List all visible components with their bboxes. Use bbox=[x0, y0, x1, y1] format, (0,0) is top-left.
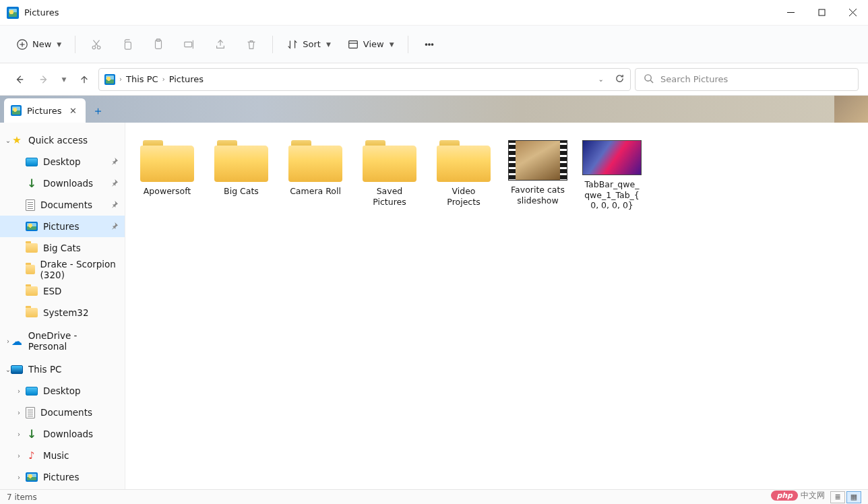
chevron-down-icon: ▼ bbox=[57, 41, 61, 48]
sidebar-item[interactable]: Drake - Scorpion (320) bbox=[0, 259, 125, 280]
file-name: Video Projects bbox=[434, 186, 493, 207]
close-button[interactable] bbox=[837, 0, 868, 25]
pictures-icon bbox=[104, 74, 115, 85]
delete-button[interactable] bbox=[237, 32, 266, 57]
svg-rect-4 bbox=[125, 42, 131, 49]
sidebar-item-label: Desktop bbox=[43, 156, 81, 167]
watermark: php 中文网 bbox=[771, 490, 825, 501]
titlebar: Pictures bbox=[0, 0, 868, 26]
close-tab-button[interactable]: ✕ bbox=[67, 104, 79, 117]
search-box[interactable] bbox=[635, 68, 859, 91]
sidebar-item[interactable]: Desktop bbox=[0, 151, 125, 172]
file-item[interactable]: Favorite cats slideshow bbox=[505, 137, 570, 214]
rename-icon bbox=[183, 38, 195, 51]
sidebar-item[interactable]: ›Documents bbox=[0, 402, 125, 423]
icons-view-button[interactable]: ▦ bbox=[846, 491, 861, 503]
search-input[interactable] bbox=[660, 74, 850, 84]
doc-icon bbox=[26, 199, 35, 211]
more-button[interactable] bbox=[415, 32, 443, 57]
sidebar-item[interactable]: ↓Downloads bbox=[0, 172, 125, 194]
main-area: ⌄ ★ Quick access Desktop↓DownloadsDocume… bbox=[0, 123, 868, 489]
address-bar[interactable]: › This PC › Pictures ⌄ bbox=[98, 68, 631, 91]
folder-icon bbox=[363, 140, 416, 182]
svg-point-11 bbox=[431, 43, 433, 45]
sidebar-item[interactable]: System32 bbox=[0, 302, 125, 323]
chevron-right-icon[interactable]: › bbox=[12, 474, 26, 481]
tab-pictures[interactable]: Pictures ✕ bbox=[4, 98, 86, 123]
cut-icon bbox=[90, 38, 102, 51]
chevron-right-icon[interactable]: › bbox=[12, 452, 26, 460]
back-button[interactable] bbox=[9, 69, 30, 90]
breadcrumb-root[interactable]: This PC bbox=[126, 74, 158, 84]
sidebar-onedrive[interactable]: › ☁ OneDrive - Personal bbox=[0, 330, 125, 352]
refresh-button[interactable] bbox=[615, 73, 625, 86]
minimize-button[interactable] bbox=[775, 0, 806, 25]
svg-point-3 bbox=[98, 46, 101, 49]
chevron-right-icon[interactable]: › bbox=[12, 409, 26, 416]
file-name: TabBar_qwe_qwe_1_Tab_{0, 0, 0, 0} bbox=[582, 179, 642, 211]
chevron-down-icon[interactable]: ⌄ bbox=[1, 366, 15, 373]
chevron-down-icon[interactable]: ⌄ bbox=[1, 137, 15, 144]
breadcrumb-current[interactable]: Pictures bbox=[169, 74, 204, 84]
content-pane[interactable]: ApowersoftBig CatsCamera RollSaved Pictu… bbox=[125, 123, 868, 489]
sidebar-item[interactable]: Big Cats bbox=[0, 237, 125, 259]
file-item[interactable]: Apowersoft bbox=[135, 137, 199, 214]
forward-button[interactable] bbox=[34, 69, 54, 90]
breadcrumb-separator: › bbox=[162, 75, 165, 83]
view-button[interactable]: View ▼ bbox=[340, 32, 401, 57]
sidebar-item-label: Desktop bbox=[43, 385, 81, 396]
svg-point-9 bbox=[425, 43, 427, 45]
item-count: 7 items bbox=[7, 493, 37, 502]
share-button[interactable] bbox=[206, 32, 235, 57]
sidebar-item-label: Downloads bbox=[43, 429, 93, 439]
more-icon bbox=[423, 38, 435, 51]
sidebar-item[interactable]: Documents bbox=[0, 194, 125, 216]
chevron-right-icon[interactable]: › bbox=[12, 431, 26, 438]
copy-icon bbox=[121, 38, 133, 51]
file-item[interactable]: Saved Pictures bbox=[357, 137, 422, 214]
sidebar-item-label: System32 bbox=[43, 307, 89, 318]
sort-button[interactable]: Sort ▼ bbox=[280, 32, 338, 57]
file-item[interactable]: Big Cats bbox=[209, 137, 274, 214]
chevron-right-icon[interactable]: › bbox=[1, 338, 15, 345]
folder-icon bbox=[26, 243, 38, 253]
new-label: New bbox=[32, 39, 51, 49]
trash-icon bbox=[245, 38, 257, 51]
tab-title: Pictures bbox=[27, 106, 61, 116]
address-history-button[interactable]: ⌄ bbox=[598, 75, 604, 83]
maximize-button[interactable] bbox=[806, 0, 837, 25]
sidebar-quick-access[interactable]: ⌄ ★ Quick access bbox=[0, 129, 125, 151]
chevron-down-icon: ▼ bbox=[326, 41, 331, 48]
sidebar-splitter[interactable] bbox=[123, 123, 125, 489]
new-button[interactable]: New ▼ bbox=[9, 32, 68, 57]
file-item[interactable]: TabBar_qwe_qwe_1_Tab_{0, 0, 0, 0} bbox=[580, 137, 644, 214]
svg-rect-7 bbox=[185, 42, 192, 46]
file-item[interactable]: Video Projects bbox=[431, 137, 496, 214]
sidebar-this-pc[interactable]: ⌄ This PC bbox=[0, 358, 125, 380]
window-title: Pictures bbox=[24, 7, 59, 18]
sidebar-item[interactable]: ›♪Music bbox=[0, 445, 125, 466]
recent-locations-button[interactable]: ▼ bbox=[58, 69, 70, 90]
sidebar-item[interactable]: ›Desktop bbox=[0, 380, 125, 402]
svg-point-12 bbox=[645, 74, 651, 80]
sidebar-item[interactable]: ESD bbox=[0, 280, 125, 302]
video-thumbnail bbox=[508, 140, 567, 181]
rename-button[interactable] bbox=[175, 32, 204, 57]
sidebar-item[interactable]: ›Pictures bbox=[0, 466, 125, 488]
copy-button[interactable] bbox=[113, 32, 142, 57]
chevron-right-icon[interactable]: › bbox=[12, 387, 26, 395]
new-tab-button[interactable]: ＋ bbox=[88, 101, 107, 120]
picture-icon bbox=[26, 222, 38, 231]
details-view-button[interactable]: ≣ bbox=[830, 491, 845, 503]
watermark-text: 中文网 bbox=[801, 490, 825, 501]
up-button[interactable] bbox=[74, 69, 94, 90]
file-item[interactable]: Camera Roll bbox=[283, 137, 348, 214]
sidebar-item[interactable]: Pictures bbox=[0, 216, 125, 237]
sidebar-item-label: Music bbox=[43, 450, 69, 461]
sidebar-item[interactable]: ›↓Downloads bbox=[0, 423, 125, 445]
paste-button[interactable] bbox=[144, 32, 173, 57]
cut-button[interactable] bbox=[82, 32, 111, 57]
folder-icon bbox=[26, 308, 38, 317]
pictures-app-icon bbox=[7, 7, 19, 19]
file-name: Saved Pictures bbox=[360, 186, 419, 207]
